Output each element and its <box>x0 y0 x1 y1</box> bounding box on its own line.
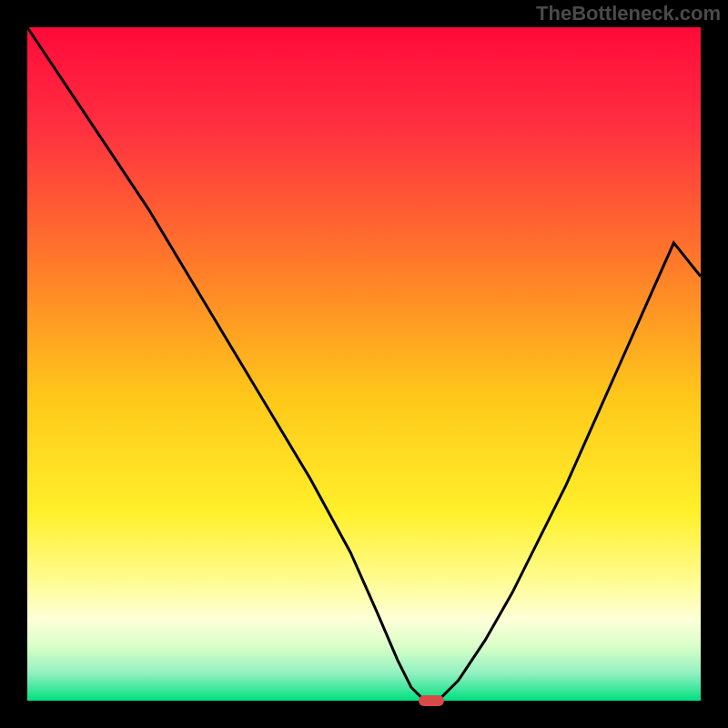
watermark-text: TheBottleneck.com <box>536 2 721 25</box>
plot-area <box>27 27 701 701</box>
chart-container: TheBottleneck.com <box>0 0 728 728</box>
bottleneck-chart <box>0 0 728 728</box>
optimal-marker <box>419 695 444 706</box>
